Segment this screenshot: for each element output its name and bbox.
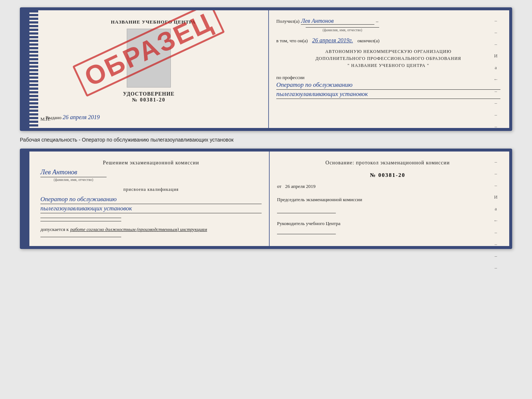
admission-text: работе согласно должностным (производств… [70, 227, 207, 232]
left-decoration [29, 10, 38, 128]
recipient-sublabel: (фамилия, имя, отчество) [306, 27, 379, 32]
top-right-page: Получил(а) Лев Антонов – (фамилия, имя, … [269, 10, 509, 128]
person-name-bottom: Лев Антонов [40, 168, 262, 176]
date-value: 26 апреля 2019г. [312, 37, 353, 43]
profession-prefix: по профессии [276, 75, 500, 81]
bottom-document: Решением экзаменационной комиссии Лев Ан… [20, 149, 512, 249]
cert-title-block: УДОСТОВЕРЕНИЕ № 00381-20 [37, 91, 261, 103]
org-line1: АВТОНОМНУЮ НЕКОММЕРЧЕСКУЮ ОРГАНИЗАЦИЮ [276, 48, 500, 55]
issued-date: 26 апреля 2019 [63, 114, 100, 120]
recipient-name: Лев Антонов [301, 18, 374, 25]
photo-placeholder [127, 29, 171, 88]
recipient-line: Получил(а) Лев Антонов – [276, 18, 500, 25]
org-section: АВТОНОМНУЮ НЕКОММЕРЧЕСКУЮ ОРГАНИЗАЦИЮ ДО… [276, 48, 500, 70]
director-sig-line [277, 234, 336, 234]
profession-line1: Оператор по обслуживанию [276, 81, 500, 90]
qualification-prefix: присвоена квалификация [40, 186, 262, 193]
protocol-date: 26 апреля 2019 [285, 184, 316, 189]
date-section: в том, что он(а) 26 апреля 2019г. окончи… [276, 37, 500, 44]
chairman-section: Председатель экзаменационной комиссии [277, 197, 498, 213]
sig-line-2 [40, 221, 121, 221]
chairman-sig-line [277, 213, 336, 213]
director-section: Руководитель учебного Центра [277, 221, 498, 234]
bottom-book-spine [23, 152, 29, 246]
finished-label: окончил(а) [357, 38, 380, 43]
date-prefix: в том, что он(а) [276, 38, 308, 43]
decision-section: Решением экзаменационной комиссии Лев Ан… [40, 159, 262, 182]
bottom-right-page: Основание: протокол экзаменационной коми… [270, 152, 509, 246]
org-line3: " НАЗВАНИЕ УЧЕБНОГО ЦЕНТРА " [276, 62, 500, 69]
basis-section: Основание: протокол экзаменационной коми… [277, 159, 498, 167]
right-dashes: – – – И а ← – – – – [493, 18, 498, 129]
qualification-section: присвоена квалификация Оператор по обслу… [40, 186, 262, 213]
date-prefix-bottom: от [277, 184, 281, 189]
qualification-line2: пылегазоулавливающих установок [40, 205, 262, 213]
bottom-right-dashes: – – – И а ← – – – – [493, 159, 498, 271]
dash: – [376, 18, 378, 24]
cert-title: УДОСТОВЕРЕНИЕ [37, 91, 261, 97]
profession-line2: пылегазоулавливающих установок [276, 90, 500, 99]
director-label: Руководитель учебного Центра [277, 221, 498, 227]
basis-prefix: Основание: протокол экзаменационной коми… [277, 159, 498, 167]
admission-section: допускается к работе согласно должностны… [40, 226, 262, 232]
recipient-section: Получил(а) Лев Антонов – (фамилия, имя, … [276, 18, 500, 33]
person-sub-bottom: (фамилия, имя, отчество) [40, 177, 107, 182]
book-spine [23, 10, 29, 128]
chairman-label: Председатель экзаменационной комиссии [277, 197, 498, 203]
org-line2: ДОПОЛНИТЕЛЬНОГО ПРОФЕССИОНАЛЬНОГО ОБРАЗО… [276, 55, 500, 62]
decision-prefix: Решением экзаменационной комиссии [40, 159, 262, 167]
protocol-date-section: от 26 апреля 2019 [277, 183, 498, 189]
admission-label: допускается к [40, 227, 69, 232]
top-document: НАЗВАНИЕ УЧЕБНОГО ЦЕНТРА УДОСТОВЕРЕНИЕ №… [20, 7, 512, 131]
received-label: Получил(а) [276, 18, 299, 24]
qualification-line1: Оператор по обслуживанию [40, 196, 262, 204]
protocol-number: № 00381-20 [277, 172, 498, 178]
cert-issued: Выдано 26 апреля 2019 [46, 114, 261, 121]
school-name-header: НАЗВАНИЕ УЧЕБНОГО ЦЕНТРА [46, 19, 261, 25]
protocol-number-section: № 00381-20 [277, 172, 498, 178]
mp-label: М.П. [40, 116, 50, 122]
cert-number: № 00381-20 [37, 97, 261, 103]
profession-section: по профессии Оператор по обслуживанию пы… [276, 75, 500, 99]
sig-line-3 [40, 237, 121, 237]
top-left-page: НАЗВАНИЕ УЧЕБНОГО ЦЕНТРА УДОСТОВЕРЕНИЕ №… [29, 10, 269, 128]
middle-label: Рабочая специальность - Оператор по обсл… [20, 135, 512, 144]
sig-line-1 [40, 218, 121, 218]
bottom-left-page: Решением экзаменационной комиссии Лев Ан… [29, 152, 270, 246]
